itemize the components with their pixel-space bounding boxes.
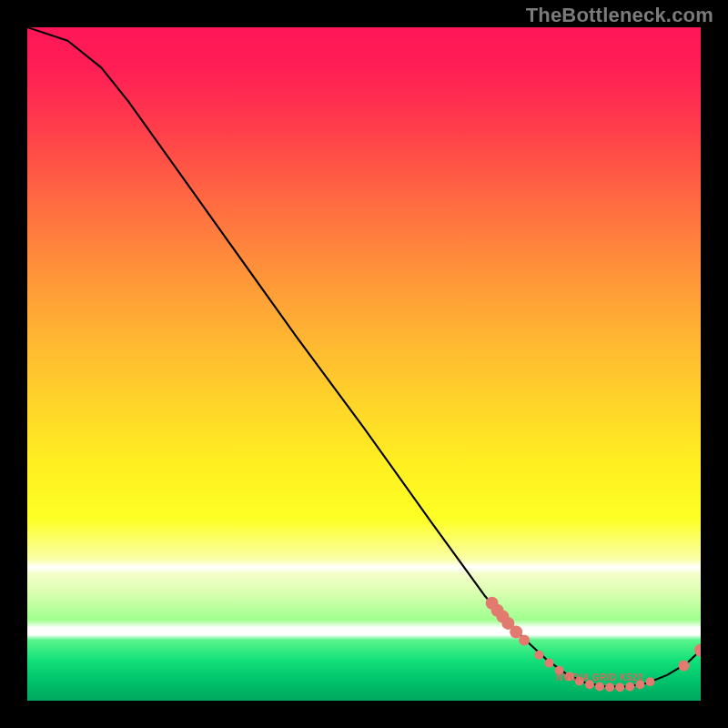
data-point-marker [585,680,594,689]
data-point-marker [625,682,634,692]
data-point-marker [646,677,655,686]
watermark-text: TheBottleneck.com [526,4,713,27]
chart-stage: TheBottleneck.com NVIDIA GRID K520 [0,0,728,728]
bottleneck-curve [27,27,701,687]
data-point-marker [565,672,574,681]
plot-area: NVIDIA GRID K520 [27,27,701,701]
curve-svg [27,27,701,701]
data-point-marker [615,682,624,692]
data-point-marker [635,680,644,689]
data-point-marker [534,651,543,660]
data-point-marker [555,666,564,675]
data-point-marker [575,677,584,686]
data-point-marker [545,659,554,668]
data-point-marker [605,682,614,692]
marker-layer [486,597,701,693]
data-point-marker [679,661,690,672]
data-point-marker [595,682,604,692]
data-point-marker [519,634,530,645]
